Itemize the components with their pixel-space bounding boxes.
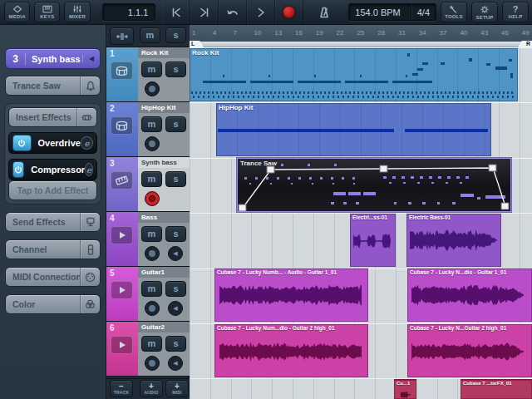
record-arm-button-armed[interactable] bbox=[145, 191, 160, 206]
track-header-body[interactable]: Guitar2 m s ◀ bbox=[138, 322, 190, 376]
tools-icon bbox=[449, 5, 459, 13]
input-monitor-button[interactable]: ◀ bbox=[168, 356, 183, 371]
add-audio-track-button[interactable]: + AUDIO bbox=[140, 380, 163, 397]
timeline-ruler[interactable]: 1471013161922252831343740434649 bbox=[190, 25, 532, 42]
toolbar-right-buttons: TOOLS SETUP ? HELP bbox=[436, 2, 529, 22]
keys-track-icon[interactable] bbox=[111, 171, 133, 190]
track-header-rock-kit[interactable]: 1 Rock Kit m s bbox=[106, 47, 190, 102]
mute-button[interactable]: m bbox=[141, 336, 162, 352]
time-signature-display[interactable]: 4/4 bbox=[411, 4, 436, 20]
color-section[interactable]: Color bbox=[5, 294, 101, 314]
send-effects-section[interactable]: Send Effects bbox=[5, 212, 101, 232]
global-mute-button[interactable]: m bbox=[140, 27, 160, 43]
record-button[interactable] bbox=[275, 0, 303, 25]
solo-button[interactable]: s bbox=[165, 281, 186, 297]
track-header-body[interactable]: Bass m s ◀ bbox=[138, 212, 190, 266]
audio-track-icon[interactable] bbox=[111, 336, 133, 354]
selected-track-header[interactable]: 3 Synth bass ◀ bbox=[5, 48, 101, 69]
solo-button[interactable]: s bbox=[165, 62, 186, 77]
audio-track-icon[interactable] bbox=[111, 281, 133, 299]
track-header-body[interactable]: HipHop Kit m s bbox=[138, 102, 190, 156]
midi-event-rock-kit[interactable]: Rock Kit bbox=[190, 48, 518, 101]
track-header-body[interactable]: Rock Kit m s bbox=[138, 47, 190, 101]
drum-track-icon[interactable] bbox=[111, 62, 133, 80]
insert-effects-header[interactable]: Insert Effects bbox=[8, 107, 97, 127]
waveform bbox=[219, 341, 362, 362]
cubasis-app: MEDIA KEYS MIXER 1.1.1 bbox=[0, 0, 532, 399]
collapse-inspector-icon[interactable]: ◀ bbox=[82, 55, 100, 62]
undo-button[interactable] bbox=[219, 0, 247, 25]
record-arm-button[interactable] bbox=[145, 356, 160, 371]
remove-track-button[interactable]: − TRACK bbox=[110, 380, 133, 397]
audio-event-guitar2-b[interactable]: Cubase 7 - Lucky N...Guitar 2 high_01 bbox=[407, 324, 532, 377]
position-display[interactable]: 1.1.1 bbox=[102, 3, 156, 21]
locator-strip[interactable] bbox=[190, 42, 532, 47]
effect-slot-compressor[interactable]: Compressor e bbox=[8, 159, 97, 180]
audio-event-fx-a[interactable]: Cu...1 bbox=[394, 379, 416, 399]
effect-edit-button[interactable]: e bbox=[81, 136, 93, 150]
audio-event-guitar2-a[interactable]: Cubase 7 - Lucky Num...dio - Guitar 2 hi… bbox=[214, 324, 368, 377]
setup-button[interactable]: SETUP bbox=[471, 2, 498, 22]
channel-section[interactable]: Channel bbox=[5, 239, 101, 259]
mute-button[interactable]: m bbox=[141, 226, 162, 242]
arrange-grid[interactable]: Rock Kit HipHop Kit Trance Saw bbox=[190, 47, 532, 399]
audio-event-electric-bass-01[interactable]: Electric Bass-01 bbox=[406, 214, 501, 267]
mute-button[interactable]: m bbox=[141, 171, 162, 187]
effect-power-button[interactable] bbox=[12, 161, 24, 178]
effect-power-button[interactable] bbox=[12, 135, 32, 151]
solo-button[interactable]: s bbox=[165, 116, 186, 132]
record-arm-button[interactable] bbox=[145, 81, 160, 96]
instrument-selector[interactable]: Trance Saw bbox=[5, 76, 101, 96]
track-color-strip: 1 bbox=[106, 47, 138, 101]
bar-number: 16 bbox=[295, 29, 303, 37]
play-button[interactable] bbox=[247, 0, 275, 25]
track-header-body[interactable]: Guitar1 m s ◀ bbox=[138, 267, 190, 321]
audio-event-electric-bass-trunc[interactable]: Electri...ss-01 bbox=[350, 214, 396, 267]
automation-curve[interactable] bbox=[238, 159, 511, 212]
waveform bbox=[411, 341, 525, 362]
mute-button[interactable]: m bbox=[141, 281, 162, 297]
effect-edit-button[interactable]: e bbox=[85, 163, 93, 176]
midi-event-hiphop-kit[interactable]: HipHop Kit bbox=[216, 103, 491, 156]
metronome-button[interactable] bbox=[310, 0, 338, 25]
bpm-value[interactable]: 154.0 BPM bbox=[349, 4, 411, 20]
track-header-bass[interactable]: 4 Bass m s ◀ bbox=[106, 212, 190, 267]
midi-event-trance-saw-selected[interactable]: Trance Saw bbox=[237, 158, 511, 212]
solo-button[interactable]: s bbox=[165, 336, 186, 352]
drum-track-icon[interactable] bbox=[111, 116, 133, 135]
audio-event-guitar1-a[interactable]: Cubase 7 - Lucky Numb... - Audio - Guita… bbox=[214, 268, 368, 322]
global-solo-button[interactable]: s bbox=[165, 27, 186, 43]
tempo-display[interactable]: 154.0 BPM 4/4 bbox=[348, 3, 436, 21]
record-arm-button[interactable] bbox=[145, 136, 160, 151]
audio-event-guitar1-b[interactable]: Cubase 7 - Lucky N...dio - Guitar 1_01 bbox=[407, 268, 532, 322]
track-header-synth-bass[interactable]: 3 Synth bass m s bbox=[106, 157, 190, 212]
effect-slot-overdrive[interactable]: Overdrive e bbox=[8, 132, 97, 154]
midi-connections-section[interactable]: MIDI Connections bbox=[5, 267, 101, 287]
keys-button[interactable]: KEYS bbox=[34, 2, 60, 22]
record-icon bbox=[283, 6, 295, 18]
track-header-body[interactable]: Synth bass m s bbox=[138, 157, 190, 211]
tools-button[interactable]: TOOLS bbox=[441, 2, 467, 22]
input-monitor-button[interactable]: ◀ bbox=[168, 246, 183, 261]
track-zoom-button[interactable] bbox=[110, 27, 134, 45]
record-arm-button[interactable] bbox=[145, 246, 160, 261]
record-arm-button[interactable] bbox=[145, 301, 160, 316]
solo-button[interactable]: s bbox=[165, 226, 186, 242]
go-to-end-button[interactable] bbox=[190, 0, 219, 25]
track-header-guitar1[interactable]: 5 Guitar1 m s ◀ bbox=[106, 267, 190, 322]
bar-number: 43 bbox=[480, 29, 488, 37]
mixer-button[interactable]: MIXER bbox=[64, 2, 90, 22]
help-button[interactable]: ? HELP bbox=[502, 2, 529, 22]
go-to-start-button[interactable] bbox=[162, 0, 190, 25]
track-header-guitar2[interactable]: 6 Guitar2 m s ◀ bbox=[106, 322, 190, 377]
input-monitor-button[interactable]: ◀ bbox=[168, 301, 183, 316]
add-midi-track-button[interactable]: + MIDI bbox=[165, 380, 189, 397]
solo-button[interactable]: s bbox=[165, 171, 186, 187]
media-button[interactable]: MEDIA bbox=[4, 2, 30, 22]
mute-button[interactable]: m bbox=[141, 62, 162, 77]
track-header-hiphop-kit[interactable]: 2 HipHop Kit m s bbox=[106, 102, 190, 157]
add-effect-button[interactable]: Tap to Add Effect bbox=[8, 180, 97, 200]
audio-event-fx-b[interactable]: Cubase 7 ...tarFX_01 bbox=[461, 379, 532, 399]
audio-track-icon[interactable] bbox=[111, 226, 133, 244]
mute-button[interactable]: m bbox=[141, 116, 162, 132]
